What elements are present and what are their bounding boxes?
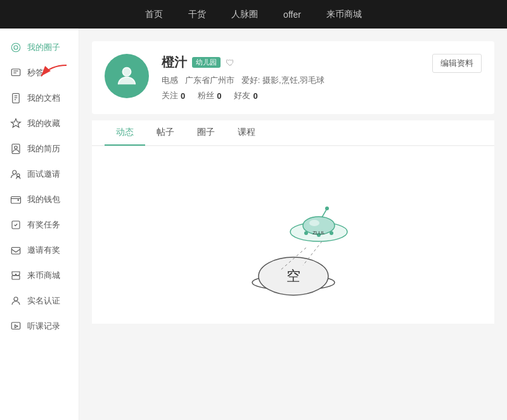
svg-point-10: [15, 146, 18, 150]
sidebar-item-label-qa: 秒答: [27, 67, 44, 79]
sidebar-item-label-invite: 邀请有奖: [27, 245, 60, 256]
svg-text:ZLUL: ZLUL: [312, 230, 325, 236]
profile-stats: 关注 0 粉丝 0 好友 0: [162, 90, 482, 101]
page-layout: 我的圈子秒答我的文档我的收藏我的简历面试邀请我的钱包有奖任务邀请有奖来币商城实名…: [0, 29, 507, 420]
follow-label: 关注: [162, 90, 178, 101]
resume-icon: [10, 143, 22, 155]
follow-stat: 关注 0: [162, 90, 185, 101]
sidebar-item-label-my-wallet: 我的钱包: [27, 194, 60, 205]
sidebar-item-label-lessons: 听课记录: [27, 321, 60, 332]
friend-label: 好友: [234, 90, 250, 101]
edit-profile-button[interactable]: 编辑资料: [432, 54, 482, 73]
sidebar-item-label-my-collect: 我的收藏: [27, 118, 60, 129]
svg-rect-2: [11, 69, 20, 76]
svg-point-33: [325, 207, 329, 210]
friend-count: 0: [253, 91, 257, 101]
profile-name: 橙汁: [162, 54, 187, 71]
sidebar-item-tasks[interactable]: 有奖任务: [0, 212, 79, 238]
tab-course[interactable]: 课程: [226, 120, 267, 146]
verify-icon: [10, 295, 22, 307]
profile-badge: 幼儿园: [192, 57, 221, 68]
profile-location-value: 广东省广州市: [185, 75, 234, 85]
sidebar-item-qa[interactable]: 秒答: [0, 60, 79, 86]
sidebar-item-label-verify: 实名认证: [27, 295, 60, 307]
nav-item-home[interactable]: 首页: [145, 9, 163, 20]
sidebar-item-label-my-circle: 我的圈子: [27, 42, 60, 53]
sidebar: 我的圈子秒答我的文档我的收藏我的简历面试邀请我的钱包有奖任务邀请有奖来币商城实名…: [0, 29, 79, 420]
svg-point-0: [11, 43, 20, 52]
svg-point-28: [309, 220, 319, 226]
empty-area: 空 Z: [92, 146, 494, 324]
qa-icon: [10, 67, 22, 79]
svg-point-1: [14, 46, 18, 49]
svg-point-29: [304, 231, 308, 235]
profile-location: 电感: [162, 75, 183, 85]
doc-icon: [10, 92, 22, 105]
sidebar-item-label-interview: 面试邀请: [27, 169, 60, 180]
tab-posts[interactable]: 帖子: [145, 120, 186, 146]
sidebar-item-my-circle[interactable]: 我的圈子: [0, 35, 79, 60]
follow-count: 0: [181, 91, 185, 101]
wallet-icon: [10, 193, 22, 206]
svg-point-11: [13, 170, 16, 174]
svg-rect-16: [12, 276, 20, 279]
avatar: [105, 54, 149, 98]
circle-icon: [10, 41, 22, 54]
sidebar-item-verify[interactable]: 实名认证: [0, 288, 79, 314]
sidebar-item-label-my-resume: 我的简历: [27, 143, 60, 155]
sidebar-item-interview[interactable]: 面试邀请: [0, 162, 79, 187]
sidebar-item-my-resume[interactable]: 我的简历: [0, 136, 79, 162]
main-content: 橙汁 幼儿园 🛡 电感 广东省广州市 爱好: 摄影,烹饪,羽毛球 关注 0: [79, 29, 507, 420]
profile-tabs: 动态帖子圈子课程: [92, 120, 494, 146]
fans-count: 0: [217, 91, 221, 101]
profile-interests: 爱好: 摄影,烹饪,羽毛球: [241, 75, 324, 85]
store-icon: [10, 269, 22, 282]
svg-marker-19: [15, 325, 18, 328]
svg-line-32: [322, 210, 326, 217]
top-nav: 首页干货人脉圈offer来币商城: [0, 0, 507, 29]
svg-rect-18: [11, 322, 20, 329]
interview-icon: [10, 168, 22, 181]
svg-point-12: [17, 174, 20, 177]
sidebar-item-label-store: 来币商城: [27, 270, 60, 281]
ufo-illustration: 空 Z: [224, 172, 363, 298]
sidebar-item-store[interactable]: 来币商城: [0, 263, 79, 288]
svg-rect-15: [11, 248, 20, 255]
friend-stat: 好友 0: [234, 90, 257, 101]
lesson-icon: [10, 320, 22, 333]
nav-item-offer[interactable]: offer: [283, 10, 301, 20]
tab-circle[interactable]: 圈子: [186, 120, 226, 146]
sidebar-item-invite[interactable]: 邀请有奖: [0, 238, 79, 263]
collect-icon: [10, 117, 22, 130]
tab-dynamic[interactable]: 动态: [105, 120, 145, 146]
nav-item-store[interactable]: 来币商城: [326, 9, 362, 20]
sidebar-item-my-docs[interactable]: 我的文档: [0, 86, 79, 111]
sidebar-item-label-my-docs: 我的文档: [27, 92, 60, 104]
user-avatar-icon: [114, 63, 139, 89]
invite-icon: [10, 244, 22, 257]
task-icon: [10, 219, 22, 231]
svg-rect-13: [11, 197, 21, 204]
profile-meta: 电感 广东省广州市 爱好: 摄影,烹饪,羽毛球: [162, 75, 482, 86]
svg-point-20: [122, 68, 131, 76]
svg-point-31: [330, 231, 333, 235]
fans-stat: 粉丝 0: [198, 90, 221, 101]
svg-point-17: [14, 297, 18, 301]
shield-icon: 🛡: [226, 58, 234, 68]
nav-item-network[interactable]: 人脉圈: [231, 9, 258, 20]
sidebar-item-my-collect[interactable]: 我的收藏: [0, 111, 79, 136]
sidebar-item-my-wallet[interactable]: 我的钱包: [0, 187, 79, 212]
fans-label: 粉丝: [198, 90, 214, 101]
sidebar-item-lessons[interactable]: 听课记录: [0, 314, 79, 339]
nav-item-dry[interactable]: 干货: [188, 9, 206, 20]
profile-header: 橙汁 幼儿园 🛡 电感 广东省广州市 爱好: 摄影,烹饪,羽毛球 关注 0: [92, 41, 494, 114]
svg-rect-5: [13, 94, 20, 103]
svg-text:空: 空: [286, 268, 300, 284]
sidebar-item-label-tasks: 有奖任务: [27, 219, 60, 231]
